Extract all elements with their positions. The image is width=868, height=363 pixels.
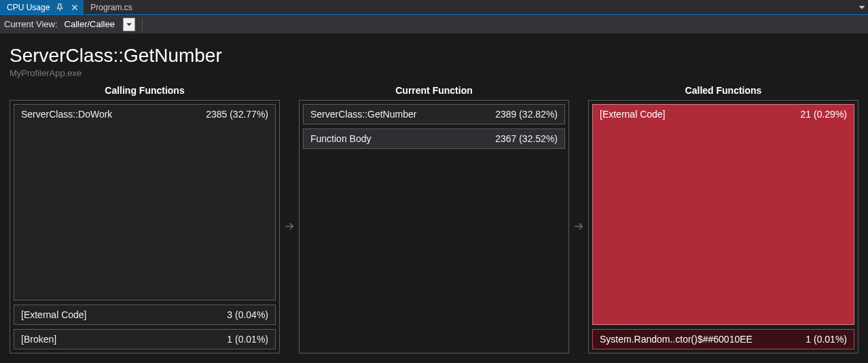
main-content: ServerClass::GetNumber MyProfilerApp.exe… bbox=[0, 34, 868, 363]
current-view-label: Current View: bbox=[4, 19, 58, 29]
tabbar-spacer bbox=[137, 0, 856, 14]
current-view-input[interactable] bbox=[62, 17, 123, 32]
function-value: 1 (0.01%) bbox=[227, 334, 268, 345]
calling-functions-column: Calling Functions ServerClass::DoWork 23… bbox=[10, 85, 280, 353]
function-name: [External Code] bbox=[21, 309, 87, 320]
calling-function-row[interactable]: ServerClass::DoWork 2385 (32.77%) bbox=[14, 104, 276, 300]
function-name: Function Body bbox=[310, 133, 372, 144]
tab-label: Program.cs bbox=[90, 3, 132, 12]
called-functions-column: Called Functions [External Code] 21 (0.2… bbox=[588, 85, 858, 353]
current-view-select[interactable] bbox=[62, 17, 135, 32]
function-value: 3 (0.04%) bbox=[227, 309, 268, 320]
close-icon[interactable] bbox=[70, 3, 79, 12]
called-functions-header: Called Functions bbox=[588, 85, 858, 96]
current-function-header: Current Function bbox=[299, 85, 569, 96]
function-name: ServerClass::GetNumber bbox=[310, 109, 416, 120]
called-functions-panel: [External Code] 21 (0.29%) System.Random… bbox=[588, 100, 858, 353]
called-function-row[interactable]: System.Random..ctor()$##60010EE 1 (0.01%… bbox=[592, 329, 854, 349]
arrow-right-icon bbox=[280, 85, 299, 353]
function-value: 1 (0.01%) bbox=[806, 334, 847, 345]
function-name: ServerClass::DoWork bbox=[21, 109, 112, 120]
calling-functions-panel: ServerClass::DoWork 2385 (32.77%) [Exter… bbox=[10, 100, 280, 353]
toolbar: Current View: bbox=[0, 15, 868, 34]
function-value: 21 (0.29%) bbox=[801, 109, 847, 120]
tab-cpu-usage[interactable]: CPU Usage bbox=[0, 0, 84, 14]
tab-bar: CPU Usage Program.cs bbox=[0, 0, 868, 15]
arrow-right-icon bbox=[569, 85, 588, 353]
current-function-column: Current Function ServerClass::GetNumber … bbox=[299, 85, 569, 353]
tabbar-overflow-button[interactable] bbox=[856, 0, 868, 14]
toolbar-divider bbox=[142, 18, 143, 31]
caller-callee-columns: Calling Functions ServerClass::DoWork 23… bbox=[10, 85, 858, 353]
module-subtitle: MyProfilerApp.exe bbox=[10, 68, 858, 78]
function-value: 2389 (32.82%) bbox=[495, 109, 558, 120]
chevron-down-icon[interactable] bbox=[123, 18, 135, 31]
current-function-row[interactable]: ServerClass::GetNumber 2389 (32.82%) bbox=[303, 104, 565, 124]
function-name: System.Random..ctor()$##60010EE bbox=[600, 334, 753, 345]
calling-function-row[interactable]: [Broken] 1 (0.01%) bbox=[14, 329, 276, 349]
function-name: [External Code] bbox=[600, 109, 666, 120]
page-title: ServerClass::GetNumber bbox=[10, 45, 858, 67]
function-value: 2385 (32.77%) bbox=[206, 109, 268, 120]
current-function-panel: ServerClass::GetNumber 2389 (32.82%) Fun… bbox=[299, 100, 569, 353]
function-body-row[interactable]: Function Body 2367 (32.52%) bbox=[303, 128, 565, 149]
tab-label: CPU Usage bbox=[7, 3, 50, 12]
panel-spacer bbox=[303, 153, 565, 349]
tab-program-cs[interactable]: Program.cs bbox=[84, 0, 136, 14]
called-function-row[interactable]: [External Code] 21 (0.29%) bbox=[592, 104, 854, 325]
function-value: 2367 (32.52%) bbox=[495, 133, 558, 144]
pin-icon[interactable] bbox=[55, 3, 65, 12]
function-name: [Broken] bbox=[21, 334, 56, 345]
calling-functions-header: Calling Functions bbox=[10, 85, 280, 96]
calling-function-row[interactable]: [External Code] 3 (0.04%) bbox=[14, 305, 276, 325]
